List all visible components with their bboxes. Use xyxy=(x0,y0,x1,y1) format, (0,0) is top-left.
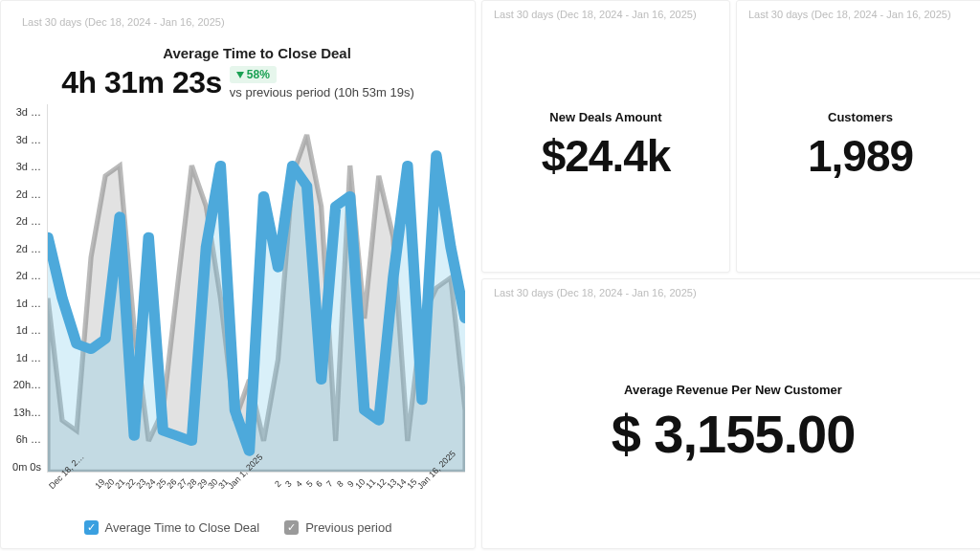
vs-previous-text: vs previous period (10h 53m 19s) xyxy=(230,85,414,99)
y-tick: 13h… xyxy=(13,407,41,418)
legend-label-current: Average Time to Close Deal xyxy=(105,520,260,535)
y-tick: 2d … xyxy=(16,215,41,227)
x-axis: Dec 18, 2…19202122232425262728293031Jan … xyxy=(11,473,465,515)
kpi-value-new-deals: $24.4k xyxy=(542,130,671,182)
date-range-label: Last 30 days (Dec 18, 2024 - Jan 16, 202… xyxy=(482,279,708,298)
chart-summary-value: 4h 31m 23s xyxy=(61,65,222,100)
date-range-label: Last 30 days (Dec 18, 2024 - Jan 16, 202… xyxy=(482,1,708,20)
kpi-card-customers: Last 30 days (Dec 18, 2024 - Jan 16, 202… xyxy=(736,0,980,273)
chart-svg xyxy=(48,104,465,472)
plot-area[interactable] xyxy=(47,104,465,473)
y-tick: 3d … xyxy=(16,106,41,118)
chart-card-avg-time-to-close: Last 30 days (Dec 18, 2024 - Jan 16, 202… xyxy=(0,0,476,549)
checkbox-icon: ✓ xyxy=(284,520,299,535)
kpi-label-new-deals: New Deals Amount xyxy=(549,110,661,124)
y-tick: 0m 0s xyxy=(12,461,41,473)
date-range-label: Last 30 days (Dec 18, 2024 - Jan 16, 202… xyxy=(11,9,236,28)
y-tick: 1d … xyxy=(16,352,41,364)
delta-badge: 58% xyxy=(230,66,277,83)
y-tick: 2d … xyxy=(16,243,41,254)
y-tick: 20h… xyxy=(13,379,41,390)
y-axis: 3d …3d …3d …2d …2d …2d …2d …1d …1d …1d …… xyxy=(11,104,47,473)
y-tick: 3d … xyxy=(16,161,41,172)
kpi-label-customers: Customers xyxy=(828,110,893,124)
date-range-label: Last 30 days (Dec 18, 2024 - Jan 16, 202… xyxy=(737,1,963,20)
chart-plot[interactable]: 3d …3d …3d …2d …2d …2d …2d …1d …1d …1d …… xyxy=(11,104,465,473)
chart-header: Average Time to Close Deal 4h 31m 23s 58… xyxy=(11,28,465,104)
y-tick: 6h … xyxy=(16,433,41,445)
kpi-value-customers: 1,989 xyxy=(808,130,913,182)
y-tick: 2d … xyxy=(16,188,41,200)
y-tick: 3d … xyxy=(16,134,41,145)
legend-item-current[interactable]: ✓ Average Time to Close Deal xyxy=(84,520,260,535)
delta-value: 58% xyxy=(247,68,270,81)
triangle-down-icon xyxy=(236,72,244,78)
kpi-label-avg-revenue: Average Revenue Per New Customer xyxy=(624,383,842,397)
y-tick: 1d … xyxy=(16,324,41,336)
checkbox-icon: ✓ xyxy=(84,520,99,535)
y-tick: 2d … xyxy=(16,270,41,281)
kpi-card-new-deals: Last 30 days (Dec 18, 2024 - Jan 16, 202… xyxy=(481,0,730,273)
y-tick: 1d … xyxy=(16,298,41,309)
legend-item-previous[interactable]: ✓ Previous period xyxy=(284,520,391,535)
kpi-card-avg-revenue: Last 30 days (Dec 18, 2024 - Jan 16, 202… xyxy=(481,278,980,549)
chart-title: Average Time to Close Deal xyxy=(53,45,461,61)
chart-legend: ✓ Average Time to Close Deal ✓ Previous … xyxy=(11,515,465,539)
legend-label-previous: Previous period xyxy=(305,520,391,535)
kpi-value-avg-revenue: $ 3,155.00 xyxy=(612,403,856,465)
